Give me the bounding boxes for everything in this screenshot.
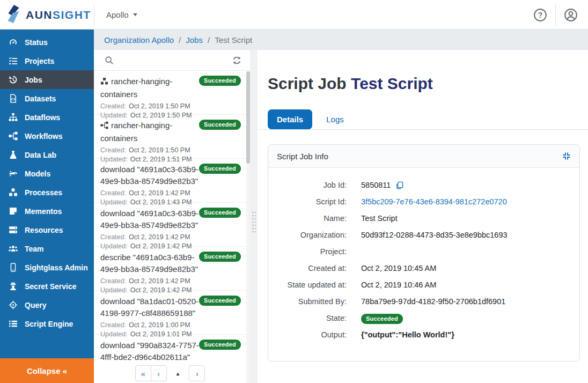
org-selector-dropdown[interactable]: Apollo [106, 0, 137, 30]
breadcrumb-link-jobs[interactable]: Jobs [186, 35, 203, 45]
card-collapse-button[interactable] [562, 152, 571, 160]
main-content: Script Job Test Script Details Logs Scri… [258, 50, 588, 383]
search-icon [105, 56, 114, 65]
job-list-scrollbar [246, 70, 250, 383]
search-button[interactable] [105, 56, 114, 65]
field-created-at: Created at: Oct 2, 2019 10:45 AM [277, 264, 571, 275]
sticky-note-icon [8, 207, 18, 216]
crosshairs-icon [8, 300, 18, 310]
copy-button[interactable] [395, 181, 403, 189]
account-button[interactable] [560, 4, 582, 26]
job-list: rancher-hanging-containers Succeeded Cre… [94, 70, 246, 383]
sidebar-item-dataflows[interactable]: Dataflows [0, 108, 94, 127]
sidebar-item-mementos[interactable]: Mementos [0, 202, 94, 220]
sidebar-item-status[interactable]: Status [0, 33, 94, 51]
sidebar-item-label: Script Engine [25, 320, 73, 328]
sidebar-collapse-button[interactable]: Collapse « [0, 358, 94, 383]
sidebar-item-secret-service[interactable]: Secret Service [0, 277, 94, 296]
pagination-first-button[interactable]: « [135, 365, 151, 381]
refresh-button[interactable] [232, 56, 241, 65]
sidebar-item-label: Query [25, 301, 46, 310]
aunsight-logo-mark-icon [5, 4, 21, 26]
job-list-item[interactable]: download "8a1dac01-0520-4198-9977-c8f488… [94, 291, 246, 335]
job-name: download "4691a0c3-63b9-49e9-bb3a-85749d… [100, 208, 207, 231]
tab-logs[interactable]: Logs [317, 109, 353, 129]
sidebar-item-sightglass-admin[interactable]: Sightglass Admin [0, 258, 94, 277]
field-state: State: Succeeded [277, 314, 571, 325]
job-list-item[interactable]: download "4691a0c3-63b9-49e9-bb3a-85749d… [94, 159, 246, 203]
sidebar-item-label: Jobs [25, 76, 42, 84]
sidebar-nav: Status Projects Jobs Datasets Dataflows … [0, 30, 94, 383]
svg-text:?: ? [538, 10, 543, 19]
sidebar-item-label: Projects [25, 57, 54, 65]
list-icon [8, 319, 18, 329]
sidebar-item-query[interactable]: Query [0, 296, 94, 314]
gauge-icon [8, 38, 18, 47]
sidebar-item-label: Team [25, 245, 44, 253]
sidebar-item-data-lab[interactable]: Data Lab [0, 145, 94, 164]
card-title: Script Job Info [277, 152, 328, 161]
sidebar-item-models[interactable]: Models [0, 164, 94, 183]
sidebar-item-processes[interactable]: Processes [0, 183, 94, 202]
field-name: Name: Test Script [277, 214, 571, 225]
job-id-value: 5850811 [361, 181, 391, 189]
sidebar-item-label: Processes [25, 188, 62, 197]
sitemap-icon [8, 113, 18, 122]
header-actions: ? [530, 0, 582, 30]
sidebar-item-label: Secret Service [25, 282, 77, 291]
scrollbar-thumb[interactable] [246, 71, 250, 164]
sidebar-item-team[interactable]: Team [0, 239, 94, 258]
sidebar-item-label: Workflows [25, 132, 63, 141]
page-title: Script Job Test Script [268, 73, 588, 94]
app-window: AUNSIGHT Apollo ? [0, 0, 588, 383]
sidebar-item-script-engine[interactable]: Script Engine [0, 314, 94, 333]
sidebar-item-jobs[interactable]: Jobs [0, 70, 94, 89]
pagination-prev-button[interactable]: ‹ [151, 365, 167, 381]
compress-icon [562, 152, 571, 160]
network-icon [8, 131, 18, 141]
job-list-item[interactable]: rancher-hanging-containers Succeeded Cre… [94, 71, 246, 115]
breadcrumb-link-organization[interactable]: Organization Apollo [104, 35, 174, 45]
file-code-icon [8, 94, 18, 104]
sidebar-item-label: Sightglass Admin [25, 263, 88, 272]
sidebar-item-workflows[interactable]: Workflows [0, 127, 94, 145]
sidebar-item-label: Datasets [25, 94, 56, 103]
org-selector-label: Apollo [106, 10, 129, 19]
pagination-next-button[interactable]: › [189, 365, 205, 381]
brand-logo: AUNSIGHT [5, 0, 91, 30]
pagination-indicator-icon[interactable]: ▲ [175, 371, 181, 377]
status-badge: Succeeded [199, 120, 241, 130]
job-name: describe "4691a0c3-63b9-49e9-bb3a-85749d… [100, 252, 207, 275]
cubes-icon [8, 188, 18, 197]
sidebar-item-datasets[interactable]: Datasets [0, 89, 94, 108]
history-icon [8, 75, 18, 85]
splitter-grip-icon[interactable] [252, 211, 256, 233]
user-account-icon [564, 8, 578, 22]
top-bar: AUNSIGHT Apollo ? [0, 0, 588, 30]
job-list-item[interactable]: describe "4691a0c3-63b9-49e9-bb3a-85749d… [94, 247, 246, 291]
field-output: Output: {"output":"Hello World!"} [277, 330, 571, 342]
tab-details[interactable]: Details [268, 109, 312, 129]
job-list-item[interactable]: download "4691a0c3-63b9-49e9-bb3a-85749d… [94, 203, 246, 247]
job-list-pagination: « ‹ ▲ › [94, 364, 246, 383]
sidebar-item-projects[interactable]: Projects [0, 51, 94, 70]
users-icon [8, 244, 18, 254]
sidebar-item-label: Status [25, 38, 48, 47]
shuttle-icon [8, 169, 18, 179]
script-id-link[interactable]: 3f5bc209-7e76-43e6-8394-981c272e0720 [361, 197, 507, 206]
tasks-icon [8, 56, 18, 66]
sidebar-item-resources[interactable]: Resources [0, 220, 94, 239]
job-list-item[interactable]: rancher-hanging-containers Succeeded Cre… [94, 115, 246, 159]
job-list-panel: rancher-hanging-containers Succeeded Cre… [94, 50, 250, 383]
field-job-id: Job Id: 5850811 [277, 181, 571, 192]
status-badge: Succeeded [199, 164, 241, 174]
chevron-down-icon [133, 13, 137, 16]
sidebar-item-label: Resources [25, 226, 63, 234]
status-badge: Succeeded [199, 340, 241, 350]
server-icon [8, 225, 18, 235]
panel-splitter[interactable] [250, 50, 258, 383]
breadcrumb: Organization Apollo / Jobs / Test Script [94, 30, 588, 50]
help-button[interactable]: ? [530, 4, 551, 26]
breadcrumb-separator: / [208, 35, 210, 45]
refresh-icon [232, 56, 241, 65]
